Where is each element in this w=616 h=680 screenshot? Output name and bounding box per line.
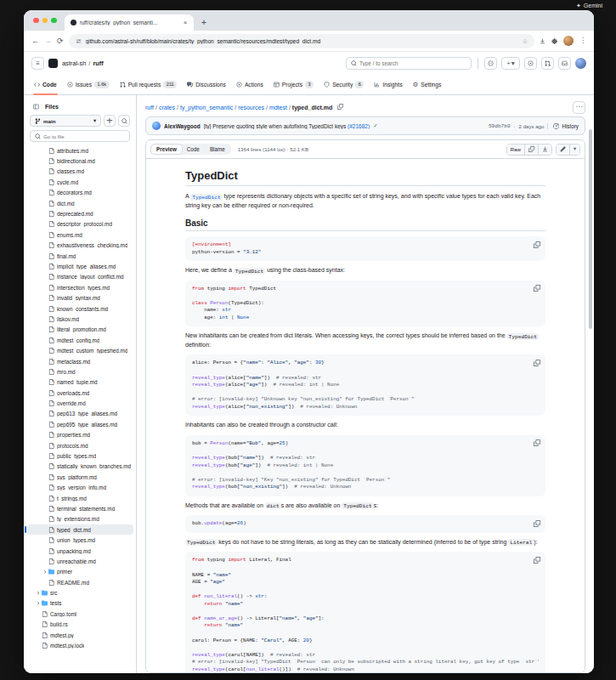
file-options-button[interactable]: ⋯ — [573, 101, 585, 114]
close-window-button[interactable] — [33, 18, 39, 24]
tree-item-README.md[interactable]: README.md — [26, 577, 133, 587]
go-to-file-input[interactable] — [43, 133, 125, 139]
new-tab-button[interactable]: + — [198, 16, 211, 29]
tree-item-mdtest_config.md[interactable]: mdtest_config.md — [26, 335, 133, 345]
tree-item-instance_layout_conflict.md[interactable]: instance_layout_conflict.md — [26, 272, 133, 282]
tree-item-cycle.md[interactable]: cycle.md — [26, 177, 133, 187]
org-link[interactable]: astral-sh — [62, 60, 86, 67]
tree-item-mro.md[interactable]: mro.md — [26, 366, 133, 377]
tab-code[interactable]: Code — [182, 144, 205, 154]
tree-item-overloads.md[interactable]: overloads.md — [26, 388, 133, 398]
commit-sha[interactable]: 59db7b0 — [489, 123, 511, 129]
tree-item-ty_extensions.md[interactable]: ty_extensions.md — [26, 514, 133, 524]
tree-item-Cargo.toml[interactable]: Cargo.toml — [26, 609, 133, 619]
tree-item-attributes.md[interactable]: attributes.md — [26, 145, 133, 156]
site-info-icon[interactable] — [76, 38, 82, 44]
copy-path-button[interactable] — [337, 104, 343, 110]
tree-item-primer[interactable]: primer — [26, 567, 133, 577]
zoom-window-button[interactable] — [51, 18, 57, 24]
copy-code-button[interactable] — [531, 357, 542, 368]
tree-item-mdtest.py.lock[interactable]: mdtest.py.lock — [26, 640, 133, 650]
inbox-button[interactable] — [558, 57, 571, 70]
tree-item-descriptor_protocol.md[interactable]: descriptor_protocol.md — [26, 219, 133, 230]
tree-item-override.md[interactable]: override.md — [26, 398, 133, 408]
collapse-file-tree-button[interactable] — [30, 100, 42, 112]
copilot-button[interactable] — [484, 57, 497, 70]
edit-file-button[interactable] — [557, 144, 570, 155]
tab-preview[interactable]: Preview — [151, 144, 182, 154]
tree-item-exhaustiveness_checking.md[interactable]: exhaustiveness_checking.md — [26, 241, 133, 251]
nav-tab-pull-requests[interactable]: Pull requests211 — [116, 75, 182, 94]
minimize-window-button[interactable] — [42, 18, 48, 24]
go-to-file[interactable] — [30, 130, 130, 142]
user-avatar[interactable] — [575, 58, 586, 69]
back-button[interactable]: ← — [31, 37, 39, 45]
create-new-button[interactable]: +▾ — [501, 57, 520, 70]
tree-item-typed_dict.md[interactable]: typed_dict.md — [26, 524, 133, 535]
tree-item-src[interactable]: src — [26, 587, 133, 598]
global-search-input[interactable] — [359, 60, 466, 66]
tree-item-known_constants.md[interactable]: known_constants.md — [26, 303, 133, 314]
breadcrumb-ty-python-semantic[interactable]: ty_python_semantic — [180, 105, 233, 110]
add-file-button[interactable]: + — [104, 115, 116, 127]
copy-file-button[interactable] — [525, 144, 539, 155]
tree-item-metaclass.md[interactable]: metaclass.md — [26, 356, 133, 366]
tree-item-intersection_types.md[interactable]: intersection_types.md — [26, 282, 133, 292]
global-search[interactable] — [346, 57, 472, 70]
url-text[interactable]: github.com/astral-sh/ruff/blob/main/crat… — [86, 38, 518, 44]
gemini-menu-item[interactable]: Gemini — [584, 3, 602, 8]
browser-menu-button[interactable]: ⋮ — [579, 37, 586, 44]
tree-item-tests[interactable]: tests — [26, 598, 133, 609]
tree-item-pep695_type_aliases.md[interactable]: pep695_type_aliases.md — [26, 419, 133, 429]
copy-code-button[interactable] — [531, 283, 542, 294]
breadcrumb-mdtest[interactable]: mdtest — [269, 105, 287, 110]
nav-tab-issues[interactable]: Issues1.6k — [63, 75, 114, 94]
page-scrollbar[interactable] — [589, 129, 592, 329]
tree-item-mdtest_custom_typeshed.md[interactable]: mdtest_custom_typeshed.md — [26, 345, 133, 355]
your-issues-button[interactable] — [524, 57, 537, 70]
nav-tab-projects[interactable]: Projects3 — [269, 75, 318, 94]
reload-button[interactable]: ⟳ — [57, 37, 64, 45]
tree-item-decorators.md[interactable]: decorators.md — [26, 188, 133, 198]
browser-profile-avatar[interactable] — [563, 36, 574, 46]
inline-code-link[interactable]: TypedDict — [190, 194, 222, 201]
browser-tab[interactable]: ruff/crates/ty_python_semanti... × — [65, 14, 194, 31]
tree-item-liskov.md[interactable]: liskov.md — [26, 314, 133, 324]
tab-blame[interactable]: Blame — [205, 144, 230, 154]
raw-button[interactable]: Raw — [507, 144, 525, 155]
tree-item-terminal_statements.md[interactable]: terminal_statements.md — [26, 503, 133, 513]
breadcrumb-resources[interactable]: resources — [238, 105, 264, 110]
tree-item-union_types.md[interactable]: union_types.md — [26, 535, 133, 545]
copy-code-button[interactable] — [531, 438, 542, 449]
tree-item-named_tuple.md[interactable]: named_tuple.md — [26, 377, 133, 388]
nav-tab-insights[interactable]: Insights — [370, 75, 406, 94]
search-this-repo-button[interactable] — [118, 115, 130, 127]
download-file-button[interactable] — [539, 144, 551, 155]
tree-item-sys_platform.md[interactable]: sys_platform.md — [26, 472, 133, 482]
tree-item-mdtest.py[interactable]: mdtest.py — [26, 630, 133, 640]
forward-button[interactable]: → — [44, 37, 52, 45]
tree-item-unpacking.md[interactable]: unpacking.md — [26, 546, 133, 556]
tree-item-bidirectional.md[interactable]: bidirectional.md — [26, 156, 133, 166]
branch-selector[interactable]: main ▾ — [30, 115, 101, 127]
tree-item-dict.md[interactable]: dict.md — [26, 198, 133, 208]
chevron-right-icon[interactable] — [42, 570, 48, 575]
your-pull-requests-button[interactable] — [541, 57, 554, 70]
address-bar[interactable]: github.com/astral-sh/ruff/blob/main/crat… — [69, 34, 534, 48]
nav-tab-actions[interactable]: Actions — [232, 75, 268, 94]
nav-tab-settings[interactable]: ⚙Settings — [409, 75, 446, 94]
tree-item-literal_promotion.md[interactable]: literal_promotion.md — [26, 325, 133, 335]
bookmark-star-icon[interactable]: ☆ — [523, 38, 528, 44]
extensions-button[interactable] — [551, 38, 557, 44]
chevron-right-icon[interactable] — [35, 601, 42, 606]
tree-item-pep613_type_aliases.md[interactable]: pep613_type_aliases.md — [26, 409, 133, 419]
commit-author-avatar[interactable] — [152, 122, 161, 130]
commit-status-check[interactable]: ✓ — [373, 123, 377, 129]
tree-item-deprecated.md[interactable]: deprecated.md — [26, 208, 133, 218]
tree-item-properties.md[interactable]: properties.md — [26, 430, 133, 440]
breadcrumb-crates[interactable]: crates — [159, 105, 175, 110]
downloads-button[interactable] — [540, 38, 545, 44]
tree-item-protocols.md[interactable]: protocols.md — [26, 440, 133, 450]
tree-item-statically_known_branches.md[interactable]: statically_known_branches.md — [26, 462, 133, 472]
tree-item-enums.md[interactable]: enums.md — [26, 230, 133, 240]
